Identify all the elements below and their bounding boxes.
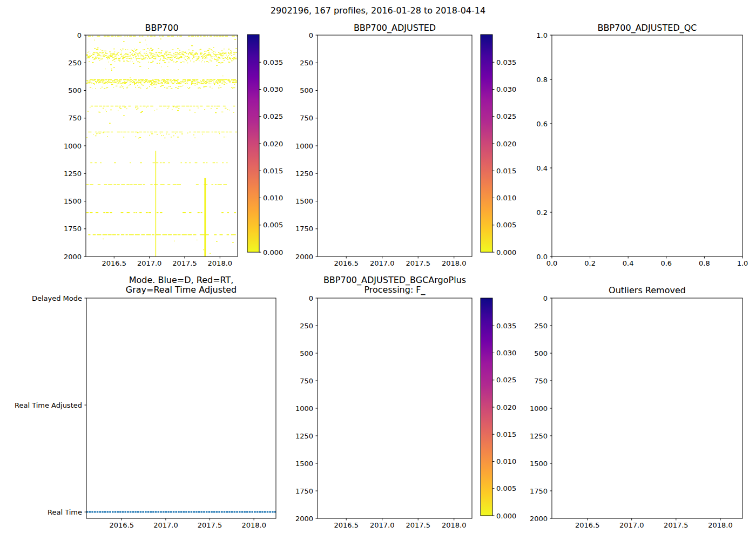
y-tick-label: 1000 [530, 404, 548, 413]
figure-canvas: 2016.52017.02017.52018.00250500750100012… [0, 0, 756, 540]
y-tick-label: 1750 [295, 487, 313, 495]
y-tick-label: 1250 [295, 170, 313, 178]
colorbar-tick-label: 0.020 [263, 140, 283, 148]
x-tick-label: 0.0 [546, 259, 558, 267]
x-tick-label: 2017.5 [664, 521, 688, 529]
colorbar-tick-label: 0.005 [263, 221, 283, 229]
y-tick-label: 0.4 [536, 164, 548, 172]
x-tick-label: 2017.0 [370, 521, 395, 529]
colorbar-tick-label: 0.015 [263, 167, 283, 175]
y-tick-label: Real Time [48, 508, 82, 516]
scatter-points-p1 [86, 36, 239, 256]
colorbar-tick-label: 0.030 [496, 85, 516, 93]
colorbar-tick-label: 0.010 [263, 194, 283, 202]
x-tick-label: 2017.0 [619, 521, 644, 529]
y-tick-label: 1000 [295, 142, 313, 150]
x-tick-label: 2017.5 [406, 521, 430, 529]
x-tick-label: 2016.5 [334, 521, 359, 529]
y-tick-label: 750 [68, 114, 82, 122]
colorbar-tick-label: 0.020 [496, 140, 516, 148]
y-tick-label: 0 [543, 294, 548, 302]
y-tick-label: 1500 [295, 197, 313, 205]
panel-title-bgcargoplus: BBP700_ADJUSTED_BGCArgoPlus Processing: … [318, 275, 472, 295]
y-tick-label: 1750 [295, 225, 313, 233]
y-tick-label: 1250 [64, 170, 82, 178]
y-tick-label: 250 [300, 59, 313, 67]
x-tick-label: 2017.0 [137, 259, 162, 267]
y-tick-label: 250 [68, 59, 82, 67]
colorbar-tick-label: 0.000 [496, 248, 516, 256]
y-tick-label: 2000 [530, 515, 548, 523]
y-tick-label: 1750 [530, 487, 548, 495]
axes-frame-p5 [318, 298, 472, 518]
colorbar-tick-label: 0.035 [263, 58, 283, 66]
axes-frame-p1 [86, 35, 238, 256]
y-tick-label: 500 [68, 86, 82, 94]
x-tick-label: 2017.0 [153, 521, 178, 529]
y-tick-label: 0 [309, 31, 313, 39]
panel-p3: 0.00.20.40.60.81.00.00.20.40.60.81.0 [536, 31, 748, 268]
axes-frame-p6 [552, 298, 742, 518]
y-tick-label: 250 [300, 322, 313, 330]
y-tick-label: 1500 [64, 197, 82, 205]
colorbar-gradient [481, 35, 492, 252]
colorbar-tick-label: 0.025 [263, 112, 283, 120]
colorbar-gradient [247, 35, 259, 252]
figure-suptitle: 2902196, 167 profiles, 2016-01-28 to 201… [0, 5, 756, 16]
panel-p2: 2016.52017.02017.52018.00250500750100012… [295, 31, 472, 268]
y-tick-label: 2000 [64, 253, 82, 261]
axes-frame-p2 [318, 35, 472, 256]
x-tick-label: 2017.5 [198, 521, 222, 529]
y-tick-label: 1500 [530, 460, 548, 468]
x-tick-label: 2017.0 [370, 259, 395, 267]
y-tick-label: 2000 [295, 515, 313, 523]
panel-p5: 2016.52017.02017.52018.00250500750100012… [295, 294, 472, 530]
y-tick-label: 2000 [295, 253, 313, 261]
colorbar-cb3: 0.0000.0050.0100.0150.0200.0250.0300.035 [481, 298, 516, 520]
y-tick-label: 250 [534, 322, 548, 330]
colorbar-gradient [481, 298, 492, 516]
colorbar-tick-label: 0.035 [496, 58, 516, 66]
colorbar-cb1: 0.0000.0050.0100.0150.0200.0250.0300.035 [247, 35, 283, 256]
x-tick-label: 0.8 [699, 259, 710, 267]
panel-title-bbp700-adjusted-qc: BBP700_ADJUSTED_QC [552, 23, 742, 33]
x-tick-label: 0.4 [623, 259, 634, 267]
colorbar-tick-label: 0.020 [496, 403, 516, 411]
colorbar-tick-label: 0.030 [263, 85, 283, 93]
y-tick-label: 1000 [295, 404, 313, 413]
y-tick-label: 750 [534, 377, 548, 385]
y-tick-label: 0 [77, 31, 82, 39]
x-tick-label: 2016.5 [110, 521, 134, 529]
colorbar-tick-label: 0.005 [496, 484, 516, 492]
y-tick-label: 0.6 [536, 120, 548, 128]
colorbar-tick-label: 0.010 [496, 457, 516, 465]
x-tick-label: 0.2 [584, 259, 596, 267]
y-tick-label: 750 [300, 114, 313, 122]
y-tick-label: 0 [309, 294, 313, 302]
y-tick-label: 1250 [530, 432, 548, 440]
colorbar-tick-label: 0.025 [496, 112, 516, 120]
y-tick-label: 750 [300, 377, 313, 385]
panel-p4: 2016.52017.02017.52018.0Delayed ModeReal… [15, 294, 276, 530]
colorbar-tick-label: 0.010 [496, 194, 516, 202]
x-tick-label: 1.0 [737, 259, 748, 267]
x-tick-label: 2016.5 [334, 259, 359, 267]
x-tick-label: 2016.5 [102, 259, 127, 267]
x-tick-label: 2017.5 [406, 259, 430, 267]
axes-frame-p3 [552, 35, 742, 256]
x-tick-label: 2018.0 [708, 521, 733, 529]
figure: 2016.52017.02017.52018.00250500750100012… [0, 0, 756, 540]
panel-title-bbp700-adjusted: BBP700_ADJUSTED [318, 23, 472, 33]
panel-title-outliers-removed: Outliers Removed [552, 286, 742, 295]
y-tick-label: 0.0 [536, 253, 548, 261]
y-tick-label: 1250 [295, 432, 313, 440]
y-tick-label: 500 [534, 349, 548, 357]
y-tick-label: 1000 [64, 142, 82, 150]
x-tick-label: 2018.0 [442, 259, 467, 267]
y-tick-label: 0.2 [536, 208, 548, 217]
colorbar-tick-label: 0.030 [496, 349, 516, 357]
colorbar-cb2: 0.0000.0050.0100.0150.0200.0250.0300.035 [481, 35, 516, 256]
panel-p1: 2016.52017.02017.52018.00250500750100012… [64, 31, 239, 268]
colorbar-tick-label: 0.000 [496, 512, 516, 520]
x-tick-label: 2018.0 [241, 521, 266, 529]
